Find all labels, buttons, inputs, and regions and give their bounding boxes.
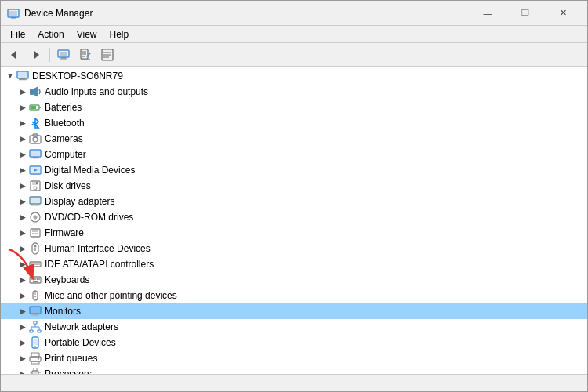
minimize-button[interactable]: —: [470, 2, 506, 24]
svg-rect-90: [38, 358, 39, 360]
svg-rect-8: [60, 58, 67, 59]
bluetooth-label: Bluetooth: [45, 115, 85, 131]
mice-label: Mice and other pointing devices: [45, 288, 177, 303]
toolbar-btn-edit[interactable]: [75, 45, 96, 64]
expand-icon-processors: ▶: [16, 368, 29, 374]
disk-icon: [29, 180, 42, 192]
tree-item-disk[interactable]: ▶ Disk drives: [1, 178, 587, 194]
disk-label: Disk drives: [45, 178, 91, 194]
display-icon: [29, 195, 42, 208]
network-icon: [29, 321, 42, 333]
expand-icon-mice: ▶: [16, 289, 29, 302]
svg-rect-7: [61, 57, 66, 59]
close-button[interactable]: ✕: [545, 2, 581, 24]
tree-item-network[interactable]: ▶ Network adapters: [1, 319, 587, 335]
device-manager-window: Device Manager — ❐ ✕ File Action View He…: [0, 0, 588, 392]
batteries-label: Batteries: [45, 100, 82, 115]
svg-marker-25: [34, 86, 38, 97]
tree-item-cameras[interactable]: ▶ Cameras: [1, 131, 587, 147]
expand-icon-computer: ▶: [16, 148, 29, 161]
svg-point-42: [34, 187, 37, 190]
toolbar-separator-1: [49, 48, 50, 62]
print-label: Print queues: [45, 350, 97, 366]
batteries-icon: [29, 101, 42, 114]
svg-rect-89: [31, 361, 39, 364]
svg-point-54: [34, 245, 37, 248]
tree-item-portable[interactable]: ▶ Portable Devices: [1, 335, 587, 350]
svg-rect-44: [31, 198, 40, 203]
restore-button[interactable]: ❐: [507, 2, 543, 24]
cameras-icon: [29, 132, 42, 145]
svg-point-30: [33, 137, 38, 142]
computer-label: Computer: [45, 147, 86, 162]
svg-marker-3: [11, 51, 16, 59]
expand-icon-hid: ▶: [16, 242, 29, 255]
tree-item-mice[interactable]: ▶ Mice and other pointing devices: [1, 288, 587, 303]
expand-icon-digital: ▶: [16, 164, 29, 176]
window-icon: [7, 7, 20, 20]
tree-items-container: ▶ Audio inputs and outputs ▶ Batteries ▶…: [1, 84, 587, 374]
tree-item-ide[interactable]: ▶ IDE ATA/ATAPI controllers: [1, 256, 587, 272]
dvd-label: DVD/CD-ROM drives: [45, 209, 133, 225]
tree-item-hid[interactable]: ▶ Human Interface Devices: [1, 241, 587, 256]
tree-root[interactable]: ▼ DESKTOP-SO6NR79: [1, 68, 587, 84]
device-tree[interactable]: ▼ DESKTOP-SO6NR79 ▶ Audio inputs and out…: [1, 67, 587, 374]
tree-item-audio[interactable]: ▶ Audio inputs and outputs: [1, 84, 587, 100]
menu-view[interactable]: View: [71, 27, 103, 42]
monitors-icon: [29, 305, 42, 318]
menu-file[interactable]: File: [4, 27, 31, 42]
tree-item-computer[interactable]: ▶ Computer: [1, 147, 587, 162]
expand-icon-batteries: ▶: [16, 101, 29, 114]
svg-rect-77: [34, 321, 37, 324]
svg-rect-92: [34, 372, 38, 375]
tree-item-bluetooth[interactable]: ▶ Bluetooth: [1, 115, 587, 131]
svg-point-49: [34, 216, 36, 218]
svg-rect-50: [31, 229, 40, 237]
svg-rect-74: [31, 307, 40, 313]
tree-item-firmware[interactable]: ▶ Firmware: [1, 225, 587, 241]
tree-item-batteries[interactable]: ▶ Batteries: [1, 100, 587, 115]
firmware-label: Firmware: [45, 225, 84, 241]
tree-item-keyboards[interactable]: ▶ Keyboards: [1, 272, 587, 288]
ide-icon: [29, 258, 42, 270]
tree-item-processors[interactable]: ▶ Processors: [1, 366, 587, 374]
tree-item-digital[interactable]: ▶ Digital Media Devices: [1, 162, 587, 178]
tree-item-dvd[interactable]: ▶ DVD/CD-ROM drives: [1, 209, 587, 225]
svg-rect-33: [31, 151, 40, 156]
hid-label: Human Interface Devices: [45, 241, 151, 256]
expand-icon-ide: ▶: [16, 258, 29, 270]
tree-item-print[interactable]: ▶ Print queues: [1, 350, 587, 366]
tree-item-monitors[interactable]: ▶ Monitors: [1, 303, 587, 319]
bluetooth-icon: [29, 117, 42, 129]
window-title: Device Manager: [24, 8, 470, 19]
toolbar: [1, 43, 587, 67]
ide-label: IDE ATA/ATAPI controllers: [45, 256, 154, 272]
svg-rect-27: [39, 107, 41, 108]
tree-item-display[interactable]: ▶ Display adapters: [1, 194, 587, 209]
computer-icon: [29, 148, 42, 161]
audio-icon: [29, 85, 42, 98]
forward-button[interactable]: [26, 45, 46, 64]
mice-icon: [29, 289, 42, 302]
svg-rect-35: [31, 158, 39, 158]
expand-icon-root: ▼: [4, 70, 16, 82]
svg-marker-14: [86, 53, 91, 57]
menu-bar: File Action View Help: [1, 26, 587, 43]
svg-rect-45: [33, 204, 38, 205]
main-content: ▼ DESKTOP-SO6NR79 ▶ Audio inputs and out…: [1, 67, 587, 374]
svg-rect-78: [30, 330, 33, 332]
menu-action[interactable]: Action: [31, 27, 70, 42]
expand-icon-display: ▶: [16, 195, 29, 208]
svg-rect-79: [38, 330, 41, 332]
expand-icon-firmware: ▶: [16, 227, 29, 239]
expand-icon-bluetooth: ▶: [16, 117, 29, 129]
toolbar-btn-computer[interactable]: [53, 45, 74, 64]
back-button[interactable]: [4, 45, 24, 64]
menu-help[interactable]: Help: [103, 27, 136, 42]
firmware-icon: [29, 227, 42, 239]
keyboards-icon: [29, 274, 42, 286]
expand-icon-disk: ▶: [16, 180, 29, 192]
expand-icon-monitors: ▶: [16, 305, 29, 318]
toolbar-btn-properties[interactable]: [97, 45, 118, 64]
svg-rect-46: [31, 205, 39, 206]
